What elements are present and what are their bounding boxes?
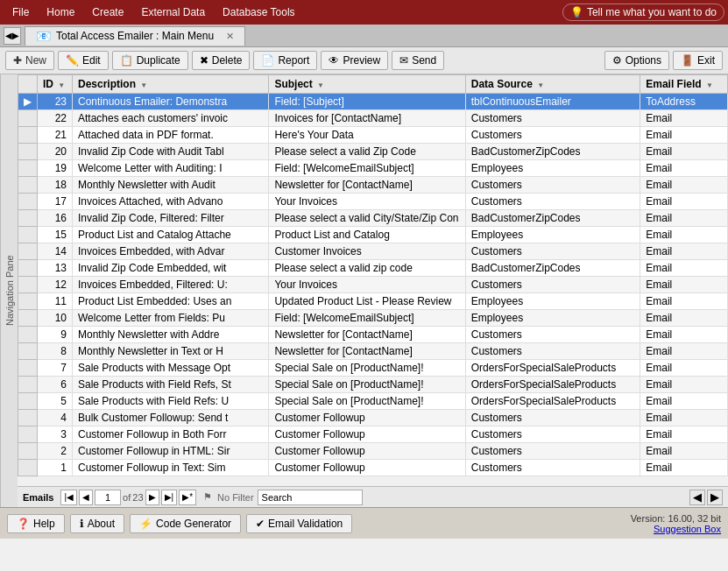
row-subject: Customer Followup	[269, 460, 465, 476]
exit-button[interactable]: 🚪 Exit	[673, 51, 723, 70]
edit-icon: ✏️	[66, 54, 79, 67]
col-subject[interactable]: Subject ▼	[269, 75, 465, 94]
send-button[interactable]: ✉ Send	[392, 51, 444, 70]
row-description: Monthly Newsletter in Text or H	[73, 343, 269, 360]
row-subject: Customer Followup	[269, 443, 465, 460]
table-row[interactable]: 14Invoices Embedded, with AdvarCustomer …	[18, 243, 728, 260]
version-text: Version: 16.00, 32 bit	[631, 513, 721, 524]
table-row[interactable]: 4Bulk Customer Followup: Send tCustomer …	[18, 410, 728, 426]
row-description: Customer Followup in Both Forr	[73, 426, 269, 443]
prev-record-btn[interactable]: ◀	[79, 490, 93, 505]
report-button[interactable]: 📄 Report	[253, 51, 317, 70]
table-row[interactable]: 15Product List and Catalog AttacheProduc…	[18, 227, 728, 243]
row-email-field: Email	[640, 277, 728, 293]
new-button[interactable]: ✚ New	[5, 51, 54, 70]
email-validation-button[interactable]: ✔ Email Validation	[246, 514, 352, 533]
table-row[interactable]: 7Sale Products with Message OptSpecial S…	[18, 360, 728, 377]
table-row[interactable]: 8Monthly Newsletter in Text or HNewslett…	[18, 343, 728, 360]
nav-toggle-btn[interactable]: ◀▶	[4, 27, 21, 45]
row-description: Welcome Letter from Fields: Pu	[73, 310, 269, 327]
col-description[interactable]: Description ▼	[73, 75, 269, 94]
menu-database-tools[interactable]: Database Tools	[214, 3, 304, 22]
table-row[interactable]: 9Monthly Newsletter with AddreNewsletter…	[18, 327, 728, 343]
tell-me-bar[interactable]: 💡 Tell me what you want to do	[562, 4, 724, 21]
menu-create[interactable]: Create	[83, 3, 132, 22]
scroll-left-btn[interactable]: ◀	[689, 490, 705, 505]
row-selector	[18, 160, 38, 177]
new-record-btn[interactable]: ▶*	[179, 490, 196, 505]
row-email-field: Email	[640, 360, 728, 377]
row-subject: Updated Product List - Please Review	[269, 293, 465, 310]
preview-button[interactable]: 👁 Preview	[321, 51, 388, 70]
options-button[interactable]: ⚙ Options	[604, 51, 669, 70]
table-row[interactable]: 6Sale Products with Field Refs, StSpecia…	[18, 377, 728, 393]
first-record-btn[interactable]: |◀	[60, 490, 77, 505]
info-icon: ℹ	[80, 518, 84, 530]
row-description: Sale Products with Message Opt	[73, 360, 269, 377]
row-data-source: Customers	[465, 177, 640, 194]
table-row[interactable]: 10Welcome Letter from Fields: PuField: […	[18, 310, 728, 327]
table-row[interactable]: 13Invalid Zip Code Embedded, witPlease s…	[18, 260, 728, 277]
table-row[interactable]: 16Invalid Zip Code, Filtered: FilterPlea…	[18, 210, 728, 227]
new-icon: ✚	[13, 54, 22, 67]
table-row[interactable]: 3Customer Followup in Both ForrCustomer …	[18, 426, 728, 443]
row-email-field: Email	[640, 210, 728, 227]
row-selector	[18, 110, 38, 127]
navigation-pane[interactable]: Navigation Pane	[0, 74, 18, 507]
row-data-source: Customers	[465, 327, 640, 343]
menu-external-data[interactable]: External Data	[132, 3, 214, 22]
table-row[interactable]: 1Customer Followup in Text: SimCustomer …	[18, 460, 728, 476]
next-record-btn[interactable]: ▶	[145, 490, 159, 505]
row-description: Product List and Catalog Attache	[73, 227, 269, 243]
col-email-field[interactable]: Email Field ▼	[640, 75, 728, 94]
row-description: Sale Products with Field Refs, St	[73, 377, 269, 393]
record-of-label: of	[123, 492, 131, 503]
menu-home[interactable]: Home	[38, 3, 83, 22]
row-data-source: Customers	[465, 110, 640, 127]
table-row[interactable]: 17Invoices Attached, with AdvanoYour Inv…	[18, 194, 728, 210]
table-row[interactable]: 18Monthly Newsletter with AuditNewslette…	[18, 177, 728, 194]
table-row[interactable]: 2Customer Followup in HTML: SirCustomer …	[18, 443, 728, 460]
row-data-source: Customers	[465, 243, 640, 260]
row-id: 17	[38, 194, 73, 210]
table-row[interactable]: 22Attaches each customers' invoicInvoice…	[18, 110, 728, 127]
row-description: Attaches each customers' invoic	[73, 110, 269, 127]
code-generator-button[interactable]: ⚡ Code Generator	[130, 514, 241, 533]
suggestion-link[interactable]: Suggestion Box	[654, 524, 721, 534]
row-selector	[18, 127, 38, 144]
row-selector	[18, 177, 38, 194]
table-row[interactable]: ▶23Continuous Emailer: DemonstraField: […	[18, 94, 728, 110]
col-data-source[interactable]: Data Source ▼	[465, 75, 640, 94]
row-subject: Please select a valid City/State/Zip Con	[269, 210, 465, 227]
table-row[interactable]: 5Sale Products with Field Refs: USpecial…	[18, 393, 728, 410]
row-subject: Please select a valid zip code	[269, 260, 465, 277]
filter-status: ⚑	[203, 491, 212, 503]
about-button[interactable]: ℹ About	[70, 514, 124, 533]
table-row[interactable]: 19Welcome Letter with Auditing: IField: …	[18, 160, 728, 177]
col-id[interactable]: ID ▼	[38, 75, 73, 94]
table-row[interactable]: 12Invoices Embedded, Filtered: U:Your In…	[18, 277, 728, 293]
delete-button[interactable]: ✖ Delete	[192, 51, 251, 70]
table-row[interactable]: 20Invalid Zip Code with Audit TablPlease…	[18, 144, 728, 160]
duplicate-button[interactable]: 📋 Duplicate	[112, 51, 188, 70]
scroll-right-btn[interactable]: ▶	[707, 490, 723, 505]
edit-button[interactable]: ✏️ Edit	[58, 51, 109, 70]
table-row[interactable]: 11Product List Embedded: Uses anUpdated …	[18, 293, 728, 310]
search-input[interactable]	[258, 490, 363, 505]
help-button[interactable]: ❓ Help	[7, 514, 65, 533]
row-data-source: Customers	[465, 127, 640, 144]
row-data-source: tblContinuousEmailer	[465, 94, 640, 110]
main-menu-tab[interactable]: 📧 Total Access Emailer : Main Menu ✕	[25, 26, 245, 46]
tell-me-text: Tell me what you want to do	[587, 6, 717, 18]
bottom-bar: ❓ Help ℹ About ⚡ Code Generator ✔ Email …	[0, 507, 728, 539]
tab-close-btn[interactable]: ✕	[226, 31, 234, 42]
last-record-btn[interactable]: ▶|	[161, 490, 178, 505]
data-table-wrapper[interactable]: ID ▼ Description ▼ Subject ▼ Data Source…	[18, 74, 728, 486]
row-subject: Please select a valid Zip Code	[269, 144, 465, 160]
current-record-input[interactable]	[95, 490, 121, 505]
row-subject: Invoices for [ContactName]	[269, 110, 465, 127]
row-selector	[18, 144, 38, 160]
menu-file[interactable]: File	[4, 3, 38, 22]
total-records: 23	[132, 492, 143, 503]
table-row[interactable]: 21Attached data in PDF format.Here's You…	[18, 127, 728, 144]
